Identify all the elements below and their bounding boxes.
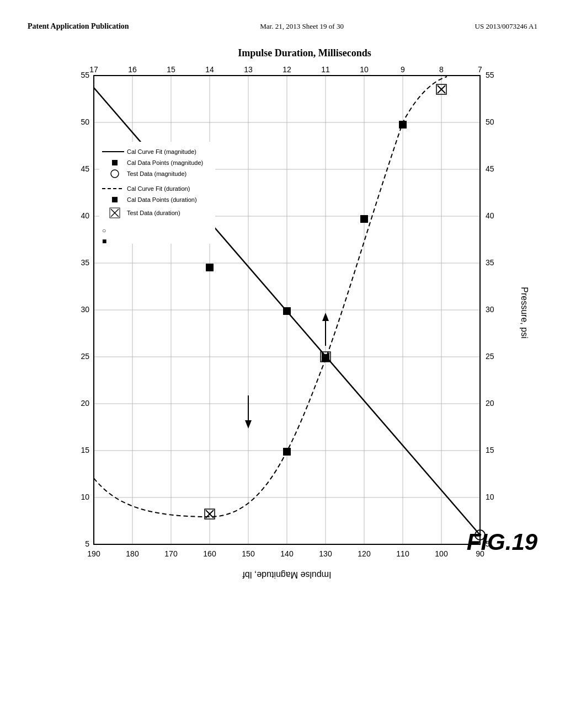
duration-test-point-1 — [283, 448, 291, 456]
legend-duration-test-label: Test Data (duration) — [127, 210, 180, 216]
right-axis-40: 40 — [486, 211, 494, 220]
top-axis-10: 10 — [360, 65, 369, 74]
top-axis-13: 13 — [244, 65, 253, 74]
bottom-axis-130: 130 — [319, 549, 332, 558]
bottom-axis-140: 140 — [280, 549, 294, 558]
left-axis-55: 55 — [81, 71, 89, 79]
left-axis-30: 30 — [81, 305, 89, 314]
top-axis-14: 14 — [205, 65, 214, 74]
chart-area: Impulse Duration, Milliseconds — [28, 47, 537, 654]
left-axis-50: 50 — [81, 117, 89, 126]
right-axis-35: 35 — [486, 258, 494, 267]
magnitude-cal-point-4 — [360, 215, 368, 223]
header-center: Mar. 21, 2013 Sheet 19 of 30 — [260, 22, 344, 31]
left-axis-35: 35 — [81, 258, 89, 267]
bottom-axis-110: 110 — [396, 549, 409, 558]
right-axis-15: 15 — [486, 446, 494, 454]
left-axis-15: 15 — [81, 446, 89, 454]
right-axis-30: 30 — [486, 305, 494, 314]
legend-magnitude-cal-square — [112, 160, 118, 165]
right-axis-45: 45 — [486, 164, 494, 173]
duration-test-point-2 — [322, 354, 329, 362]
arrow-up-head — [322, 313, 329, 321]
right-axis-10: 10 — [486, 493, 494, 501]
top-axis-9: 9 — [401, 65, 405, 74]
left-axis-10: 10 — [81, 493, 89, 501]
header-left: Patent Application Publication — [28, 22, 129, 31]
top-axis-8: 8 — [439, 65, 444, 74]
magnitude-cal-point-2 — [206, 264, 214, 271]
legend-circle-label: ○ — [102, 227, 106, 234]
bottom-axis-120: 120 — [358, 549, 371, 558]
bottom-axis-title: Impulse Magnitude, lbf — [242, 570, 332, 580]
right-axis-55: 55 — [486, 71, 494, 79]
bottom-axis-190: 190 — [87, 549, 100, 558]
bottom-axis-170: 170 — [164, 549, 178, 558]
legend-magnitude-cal-label: Cal Data Points (magnitude) — [127, 159, 203, 166]
right-axis-20: 20 — [486, 399, 494, 408]
bottom-axis-160: 160 — [203, 549, 216, 558]
bottom-axis-150: 150 — [242, 549, 255, 558]
legend-magnitude-test-label: Test Data (magnitude) — [127, 170, 186, 177]
top-axis-16: 16 — [128, 65, 137, 74]
header-right: US 2013/0073246 A1 — [475, 22, 537, 31]
legend-duration-cal-label: Cal Data Points (duration) — [127, 196, 197, 203]
top-axis-15: 15 — [167, 65, 175, 74]
left-axis-20: 20 — [81, 399, 89, 408]
top-axis-12: 12 — [282, 65, 291, 74]
chart-title: Impulse Duration, Milliseconds — [72, 47, 537, 59]
top-axis-7: 7 — [478, 65, 482, 74]
top-axis-11: 11 — [321, 65, 330, 74]
top-axis-17: 17 — [89, 65, 98, 74]
left-axis-45: 45 — [81, 164, 89, 173]
right-axis-title: Pressure, psi — [520, 287, 529, 338]
fig-label: FIG.19 — [467, 529, 538, 555]
magnitude-cal-point-3 — [283, 307, 291, 315]
legend-magnitude-curve-label: Cal Curve Fit (magnitude) — [127, 148, 196, 155]
bottom-axis-100: 100 — [435, 549, 448, 558]
page: Patent Application Publication Mar. 21, … — [0, 0, 565, 728]
chart-svg: 17 16 15 14 13 12 11 10 9 8 7 55 50 — [28, 65, 546, 627]
right-axis-50: 50 — [486, 117, 494, 126]
right-axis-25: 25 — [486, 352, 494, 361]
left-axis-25: 25 — [81, 352, 89, 361]
left-axis-40: 40 — [81, 211, 89, 220]
legend-duration-curve-label: Cal Curve Fit (duration) — [127, 185, 190, 192]
legend-duration-cal-square — [112, 197, 118, 202]
header: Patent Application Publication Mar. 21, … — [28, 22, 537, 31]
chart-container: 17 16 15 14 13 12 11 10 9 8 7 55 50 — [28, 65, 537, 644]
left-axis-5: 5 — [85, 539, 89, 548]
legend-box — [99, 142, 215, 244]
bottom-axis-180: 180 — [126, 549, 139, 558]
arrow-down-head — [245, 420, 252, 429]
legend-square-label: ■ — [102, 237, 106, 245]
duration-test-point-3 — [399, 121, 407, 129]
